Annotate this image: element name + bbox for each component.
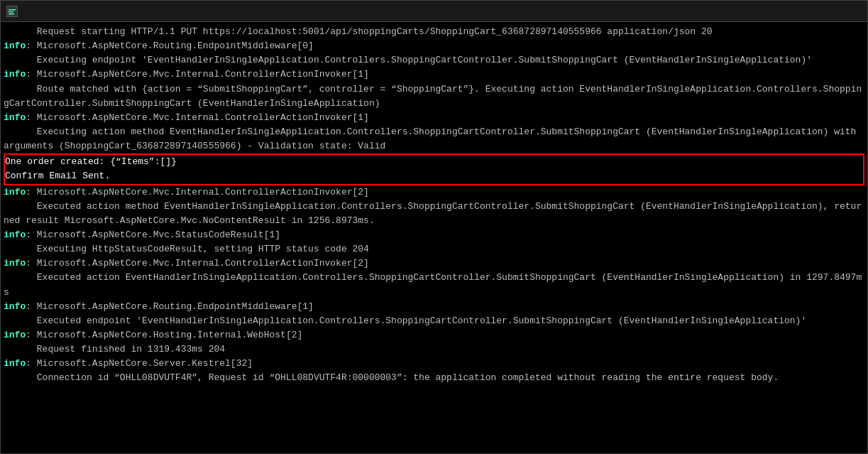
console-line-line19: Request finished in 1319.433ms 204: [4, 342, 864, 357]
console-line-line3: Executing endpoint 'EventHandlerInSingle…: [4, 53, 864, 67]
console-line-line5: Route matched with {action = “SubmitShop…: [4, 82, 864, 111]
console-line-line1: Request starting HTTP/1.1 PUT https://lo…: [4, 25, 864, 39]
maximize-button[interactable]: [795, 1, 828, 22]
console-line-line21: Connection id “OHLL08DVUTF4R”, Request i…: [4, 371, 864, 385]
console-line-line8: One order created: {“Items”:[]}: [5, 155, 863, 169]
console-output: Request starting HTTP/1.1 PUT https://lo…: [1, 22, 867, 453]
svg-rect-3: [9, 13, 14, 15]
console-line-line16: info: Microsoft.AspNetCore.Routing.Endpo…: [4, 300, 864, 314]
console-line-line13: Executing HttpStatusCodeResult, setting …: [4, 242, 864, 256]
main-window: Request starting HTTP/1.1 PUT https://lo…: [0, 0, 868, 454]
window-icon: [6, 6, 18, 17]
console-line-line6: info: Microsoft.AspNetCore.Mvc.Internal.…: [4, 111, 864, 125]
console-line-line17: Executed endpoint 'EventHandlerInSingleA…: [4, 314, 864, 328]
console-line-line2: info: Microsoft.AspNetCore.Routing.Endpo…: [4, 39, 864, 53]
console-line-line4: info: Microsoft.AspNetCore.Mvc.Internal.…: [4, 67, 864, 82]
console-line-line11: Executed action method EventHandlerInSin…: [4, 200, 864, 228]
console-line-line20: info: Microsoft.AspNetCore.Server.Kestre…: [4, 357, 864, 371]
title-bar: [1, 1, 867, 22]
minimize-button[interactable]: [761, 1, 793, 22]
console-line-line18: info: Microsoft.AspNetCore.Hosting.Inter…: [4, 328, 864, 342]
console-line-line15: Executed action EventHandlerInSingleAppl…: [4, 271, 864, 299]
console-line-line12: info: Microsoft.AspNetCore.Mvc.StatusCod…: [4, 228, 864, 242]
svg-rect-2: [9, 11, 13, 13]
console-line-line10: info: Microsoft.AspNetCore.Mvc.Internal.…: [4, 185, 864, 200]
window-controls: [761, 1, 862, 22]
console-line-line7: Executing action method EventHandlerInSi…: [4, 125, 864, 153]
close-button[interactable]: [829, 1, 862, 22]
console-line-line9: Confirm Email Sent.: [5, 169, 863, 183]
console-line-line14: info: Microsoft.AspNetCore.Mvc.Internal.…: [4, 256, 864, 271]
svg-rect-1: [9, 9, 16, 11]
